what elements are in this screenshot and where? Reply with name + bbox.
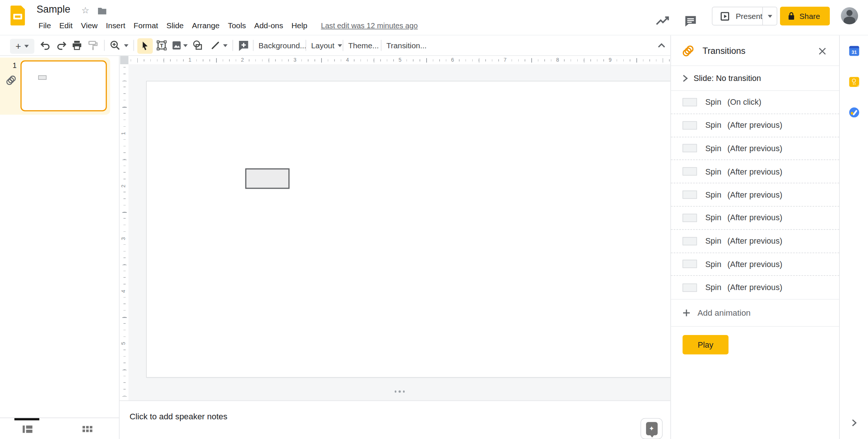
present-options-button[interactable] [763,7,777,25]
chevron-down-icon [338,44,342,47]
menu-file[interactable]: File [34,19,55,32]
background-label: Background... [258,35,306,55]
menu-format[interactable]: Format [130,19,162,32]
present-button[interactable]: Present [712,7,763,25]
animation-effect: Spin [705,167,721,176]
animation-row-8[interactable]: Spin(After previous) [671,253,839,276]
document-title[interactable]: Sample [36,4,70,15]
chevron-right-icon [851,419,857,427]
menu-insert[interactable]: Insert [102,19,130,32]
print-button[interactable] [70,39,84,52]
layout-label: Layout [311,35,335,55]
line-tool-button[interactable] [209,39,222,52]
slide-shape-rectangle[interactable] [245,168,290,189]
menu-tools[interactable]: Tools [224,19,250,32]
layout-button[interactable]: Layout [311,35,342,55]
slide-thumbnail[interactable] [20,61,107,111]
animation-row-4[interactable]: Spin(After previous) [671,160,839,183]
menu-slide[interactable]: Slide [162,19,188,32]
calendar-date: 31 [849,48,859,56]
animation-row-1[interactable]: Spin(On click) [671,91,839,114]
ruler-number: 2 [239,56,245,63]
move-folder-icon[interactable] [97,7,107,15]
slide-canvas[interactable] [146,81,672,378]
slide-transition-row[interactable]: Slide: No transition [671,66,839,91]
toolbar-divider [232,40,233,51]
lock-icon [788,12,795,20]
menu-view[interactable]: View [77,19,102,32]
text-box-icon: T [156,39,168,52]
grid-view-button[interactable] [81,423,94,435]
vertical-ruler[interactable]: 12345 [120,64,128,400]
animation-thumbnail [683,237,697,245]
comments-icon[interactable] [684,15,697,27]
animation-row-6[interactable]: Spin(After previous) [671,207,839,230]
image-icon [170,39,183,52]
chevron-down-icon [124,44,128,47]
plus-icon: + [16,41,21,51]
new-slide-button[interactable]: + [10,39,35,53]
filmstrip-view-button[interactable] [20,423,34,435]
side-apps-rail: 31 [839,35,868,439]
play-button[interactable]: Play [683,335,729,354]
animation-effect: Spin [705,98,721,107]
google-keep-icon[interactable] [849,77,859,87]
google-tasks-icon[interactable] [849,107,859,117]
animation-row-9[interactable]: Spin(After previous) [671,276,839,299]
animation-effect: Spin [705,190,721,199]
animation-row-2[interactable]: Spin(After previous) [671,114,839,137]
text-box-button[interactable]: T [155,39,169,52]
menu-arrange[interactable]: Arrange [188,19,224,32]
toolbar-divider [104,40,104,51]
line-options-button[interactable] [221,39,229,52]
ruler-number: 4 [120,288,127,294]
animation-row-5[interactable]: Spin(After previous) [671,183,839,207]
slide-thumbnail-row-selected[interactable]: 1 [0,58,110,115]
animation-row-7[interactable]: Spin(After previous) [671,230,839,253]
menu-edit[interactable]: Edit [55,19,76,32]
hide-side-panel-button[interactable] [848,416,860,429]
insert-comment-button[interactable] [237,39,250,52]
paint-format-button[interactable] [87,39,100,52]
last-edit-link[interactable]: Last edit was 12 minutes ago [321,21,418,29]
zoom-options-button[interactable] [123,39,130,52]
star-icon[interactable]: ☆ [81,5,89,15]
theme-button[interactable]: Theme... [348,35,379,55]
hide-menus-button[interactable] [655,39,668,52]
close-panel-button[interactable] [815,44,829,58]
toolbar: + T [0,35,670,56]
grid-view-icon [82,426,92,433]
notes-resize-handle[interactable] [391,390,409,392]
menu-help[interactable]: Help [287,19,311,32]
transitions-icon [682,44,695,58]
toolbar-divider [133,40,134,51]
explore-button[interactable]: ✦ [640,418,663,439]
horizontal-ruler[interactable]: 123456789 [128,56,670,64]
present-label: Present [736,12,763,20]
menu-addons[interactable]: Add-ons [250,19,287,32]
image-options-button[interactable] [182,39,189,52]
zoom-button[interactable] [108,39,122,52]
undo-button[interactable] [39,39,52,52]
google-calendar-icon[interactable]: 31 [849,46,859,56]
svg-text:T: T [160,42,164,49]
slide-number: 1 [8,62,17,70]
slide-transition-indicator-icon[interactable] [5,74,17,87]
share-button[interactable]: Share [780,7,830,26]
slides-logo-icon[interactable] [10,6,25,26]
theme-label: Theme... [348,35,379,55]
active-view-indicator [14,418,39,420]
add-animation-button[interactable]: Add animation [671,299,839,327]
google-slides-app: Sample ☆ FileEditViewInsertFormatSlideAr… [0,0,868,439]
transition-button[interactable]: Transition... [386,35,427,55]
select-tool-button[interactable] [137,38,153,54]
activity-trend-icon[interactable] [655,16,671,26]
slide-transition-label: Slide: No transition [694,66,761,91]
redo-button[interactable] [55,39,68,52]
transitions-panel-header: Transitions [671,35,839,66]
speaker-notes-area[interactable]: Click to add speaker notes [120,400,670,439]
animation-row-3[interactable]: Spin(After previous) [671,137,839,160]
background-button[interactable]: Background... [258,35,306,55]
account-avatar[interactable] [841,7,858,24]
shape-button[interactable] [191,39,204,52]
